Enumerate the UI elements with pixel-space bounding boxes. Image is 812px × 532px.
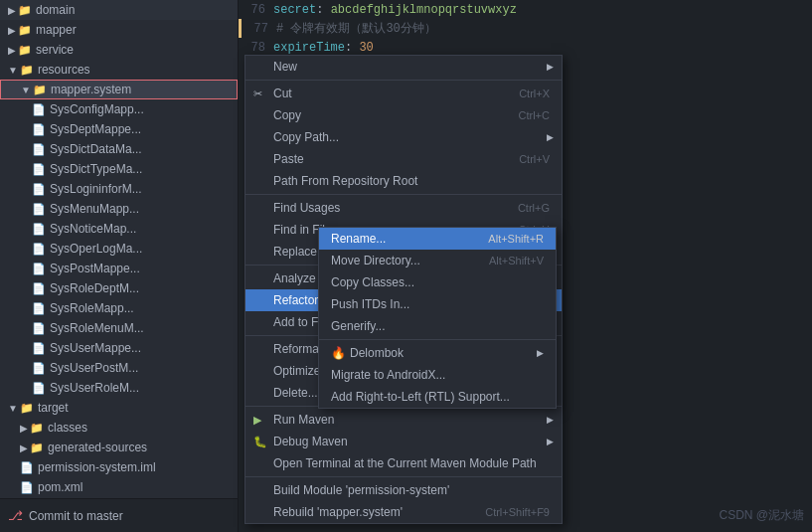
menu-label: Copy	[273, 108, 301, 122]
submenu-item-push-itds[interactable]: Push ITDs In...	[319, 293, 556, 315]
menu-item-rebuild[interactable]: Rebuild 'mapper.system' Ctrl+Shift+F9	[245, 501, 562, 523]
tree-item-syspostmap[interactable]: 📄 SysPostMappe...	[0, 259, 238, 278]
tree-item-sysoperlogmap[interactable]: 📄 SysOperLogMa...	[0, 239, 238, 259]
folder-icon: 📁	[30, 422, 44, 435]
menu-label: Delete...	[273, 386, 318, 400]
tree-item-sysroledeptmap[interactable]: 📄 SysRoleDeptM...	[0, 278, 238, 298]
tree-item-sysnoticemap[interactable]: 📄 SysNoticeMap...	[0, 219, 238, 239]
menu-item-open-terminal[interactable]: Open Terminal at the Current Maven Modul…	[245, 452, 562, 474]
tree-label: SysLogininforM...	[50, 182, 142, 196]
arrow-icon: ▶	[8, 5, 16, 16]
submenu-label: Generify...	[331, 319, 385, 333]
cut-icon: ✂	[253, 88, 262, 100]
submenu-item-rtl[interactable]: Add Right-to-Left (RTL) Support...	[319, 386, 556, 408]
menu-item-build-module[interactable]: Build Module 'permission-system'	[245, 479, 562, 501]
menu-label: Build Module 'permission-system'	[273, 483, 449, 497]
file-icon: 📄	[32, 163, 46, 176]
file-icon: 📄	[32, 342, 46, 355]
submenu-shortcut: Alt+Shift+R	[488, 233, 544, 245]
delombok-icon: 🔥	[331, 346, 346, 360]
menu-item-run-maven[interactable]: ▶ Run Maven	[245, 409, 562, 431]
menu-item-paste[interactable]: Paste Ctrl+V	[245, 148, 562, 170]
arrow-icon: ▶	[20, 423, 28, 434]
line-number: 76	[239, 3, 273, 17]
menu-label: Analyze	[273, 271, 316, 285]
submenu-item-move-directory[interactable]: Move Directory... Alt+Shift+V	[319, 250, 556, 271]
file-icon: 📄	[32, 322, 46, 335]
submenu-label: Move Directory...	[331, 254, 420, 267]
menu-item-find-usages[interactable]: Find Usages Ctrl+G	[245, 197, 562, 219]
submenu-label: Migrate to AndroidX...	[331, 368, 445, 382]
file-icon: 📄	[32, 382, 46, 395]
tree-item-sysdictdatamap[interactable]: 📄 SysDictDataMa...	[0, 139, 238, 159]
menu-item-new[interactable]: New	[245, 56, 562, 78]
arrow-icon: ▼	[8, 65, 18, 76]
submenu-item-migrate-android[interactable]: Migrate to AndroidX...	[319, 364, 556, 386]
menu-label: Find Usages	[273, 201, 340, 215]
submenu-label: Add Right-to-Left (RTL) Support...	[331, 390, 510, 404]
tree-item-sysuserpostmap[interactable]: 📄 SysUserPostM...	[0, 358, 238, 378]
tree-label: SysDictDataMa...	[50, 142, 142, 156]
menu-item-debug-maven[interactable]: 🐛 Debug Maven	[245, 431, 562, 452]
tree-item-pom[interactable]: 📄 pom.xml	[0, 477, 238, 497]
tree-item-sysrolemenumap[interactable]: 📄 SysRoleMenuM...	[0, 318, 238, 338]
commit-label[interactable]: Commit to master	[29, 509, 123, 523]
submenu-item-rename[interactable]: Rename... Alt+Shift+R	[319, 228, 556, 250]
tree-item-sysconfigmap[interactable]: 📄 SysConfigMapp...	[0, 99, 238, 119]
arrow-icon: ▶	[8, 25, 16, 36]
submenu-item-copy-classes[interactable]: Copy Classes...	[319, 271, 556, 293]
folder-icon: 📁	[30, 442, 44, 454]
tree-item-sysdeptmap[interactable]: 📄 SysDeptMappe...	[0, 119, 238, 139]
line-number: 77	[242, 22, 276, 36]
line-content: # 令牌有效期（默认30分钟）	[276, 20, 436, 37]
tree-label: SysDictTypeMa...	[50, 162, 142, 176]
tree-item-sysdicttypemap[interactable]: 📄 SysDictTypeMa...	[0, 159, 238, 179]
run-icon: ▶	[253, 414, 261, 427]
tree-item-sysusermap[interactable]: 📄 SysUserMappe...	[0, 338, 238, 358]
line-content: secret: abcdefghijklmnopqrstuvwxyz	[273, 3, 517, 17]
menu-shortcut: Ctrl+Shift+F9	[485, 506, 550, 518]
tree-item-target[interactable]: ▼ 📁 target	[0, 398, 238, 418]
submenu-item-generify[interactable]: Generify...	[319, 315, 556, 337]
menu-shortcut: Ctrl+G	[518, 202, 550, 214]
tree-item-domain[interactable]: ▶ 📁 domain	[0, 0, 238, 20]
code-line-76: 76 secret: abcdefghijklmnopqrstuvwxyz	[239, 0, 812, 19]
tree-item-resources[interactable]: ▼ 📁 resources	[0, 60, 238, 80]
tree-label: generated-sources	[48, 441, 147, 454]
submenu-item-delombok[interactable]: 🔥 Delombok ▶	[319, 342, 556, 364]
menu-separator	[245, 476, 562, 477]
menu-label: Paste	[273, 152, 304, 166]
tree-item-sysrolemap[interactable]: 📄 SysRoleMapp...	[0, 298, 238, 318]
tree-item-sysmenumap[interactable]: 📄 SysMenuMapp...	[0, 199, 238, 219]
tree-item-sysloginmap[interactable]: 📄 SysLogininforM...	[0, 179, 238, 199]
file-icon: 📄	[32, 183, 46, 196]
tree-item-mapper[interactable]: ▶ 📁 mapper	[0, 20, 238, 40]
tree-label: target	[38, 401, 69, 415]
tree-item-generated[interactable]: ▶ 📁 generated-sources	[0, 438, 238, 457]
menu-item-copy-path[interactable]: Copy Path...	[245, 126, 562, 148]
tree-item-service[interactable]: ▶ 📁 service	[0, 40, 238, 60]
menu-item-path-from-repo[interactable]: Path From Repository Root	[245, 170, 562, 192]
tree-label: SysMenuMapp...	[50, 202, 139, 216]
tree-label: mapper.system	[51, 83, 131, 96]
tree-item-mapper-system[interactable]: ▼ 📁 mapper.system	[0, 80, 238, 99]
tree-label: SysNoticeMap...	[50, 222, 136, 236]
tree-item-iml[interactable]: 📄 permission-system.iml	[0, 457, 238, 477]
tree-label: SysRoleDeptM...	[50, 281, 139, 295]
arrow-icon: ▶	[8, 45, 16, 56]
folder-icon: 📁	[18, 4, 32, 17]
tree-label: SysRoleMapp...	[50, 301, 134, 315]
tree-label: SysUserRoleM...	[50, 381, 139, 395]
file-icon: 📄	[20, 481, 34, 494]
tree-label: SysPostMappe...	[50, 262, 140, 275]
menu-item-cut[interactable]: ✂ Cut Ctrl+X	[245, 83, 562, 104]
menu-shortcut: Ctrl+X	[519, 88, 550, 99]
submenu-label: Copy Classes...	[331, 275, 414, 289]
tree-item-sysuserrolemap[interactable]: 📄 SysUserRoleM...	[0, 378, 238, 398]
arrow-icon: ▼	[21, 85, 31, 95]
menu-item-copy[interactable]: Copy Ctrl+C	[245, 104, 562, 126]
tree-label: service	[36, 43, 74, 57]
bottom-bar: ⎇ Commit to master	[0, 498, 239, 532]
tree-item-classes[interactable]: ▶ 📁 classes	[0, 418, 238, 438]
submenu-arrow: ▶	[537, 348, 544, 358]
